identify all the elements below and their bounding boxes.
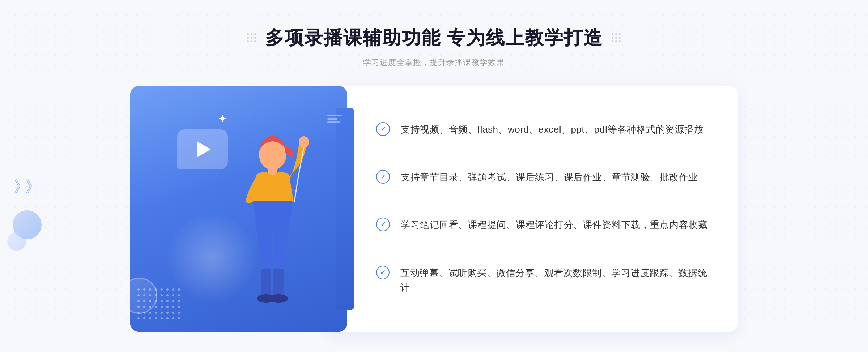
dot-pattern-decoration — [137, 288, 182, 321]
features-card: 支持视频、音频、flash、word、excel、ppt、pdf等各种格式的资源… — [326, 86, 738, 332]
check-circle-icon-3 — [376, 218, 390, 231]
lines-decoration — [327, 115, 342, 123]
svg-point-6 — [269, 294, 288, 303]
feature-item-3: 学习笔记回看、课程提问、课程评论打分、课件资料下载，重点内容收藏 — [376, 218, 709, 233]
page-wrapper: 多项录播课辅助功能 专为线上教学打造 学习进度全掌握，提升录播课教学效果 — [0, 0, 868, 352]
sparkle-decoration — [221, 117, 224, 120]
check-circle-icon-4 — [376, 266, 390, 279]
feature-text-4: 互动弹幕、试听购买、微信分享、观看次数限制、学习进度跟踪、数据统计 — [400, 266, 709, 296]
sparkle-dot-icon — [221, 117, 224, 120]
person-illustration — [204, 129, 320, 332]
check-circle-icon-1 — [376, 122, 390, 136]
title-row: 多项录播课辅助功能 专为线上教学打造 — [247, 25, 621, 51]
feature-item-2: 支持章节目录、弹题考试、课后练习、课后作业、章节测验、批改作业 — [376, 170, 709, 185]
svg-rect-3 — [261, 269, 271, 297]
decorative-dot-grid-right — [612, 33, 621, 43]
check-circle-icon-2 — [376, 170, 390, 184]
feature-text-1: 支持视频、音频、flash、word、excel、ppt、pdf等各种格式的资源… — [401, 122, 703, 137]
svg-point-2 — [299, 136, 309, 148]
feature-text-2: 支持章节目录、弹题考试、课后练习、课后作业、章节测验、批改作业 — [401, 170, 698, 185]
circle-small — [7, 232, 26, 251]
decorative-dot-grid-left — [247, 33, 256, 43]
illustration-card — [130, 86, 347, 332]
page-subtitle: 学习进度全掌握，提升录播课教学效果 — [247, 57, 621, 68]
svg-rect-4 — [273, 269, 284, 297]
page-title: 多项录播课辅助功能 专为线上教学打造 — [265, 25, 603, 51]
feature-item-1: 支持视频、音频、flash、word、excel、ppt、pdf等各种格式的资源… — [376, 122, 709, 137]
main-content: 支持视频、音频、flash、word、excel、ppt、pdf等各种格式的资源… — [130, 86, 738, 332]
feature-text-3: 学习笔记回看、课程提问、课程评论打分、课件资料下载，重点内容收藏 — [401, 218, 707, 233]
feature-item-4: 互动弹幕、试听购买、微信分享、观看次数限制、学习进度跟踪、数据统计 — [376, 266, 709, 296]
chevron-left-decoration: 》》 — [14, 176, 37, 197]
header-section: 多项录播课辅助功能 专为线上教学打造 学习进度全掌握，提升录播课教学效果 — [247, 0, 621, 75]
blue-accent-strip — [336, 108, 354, 310]
